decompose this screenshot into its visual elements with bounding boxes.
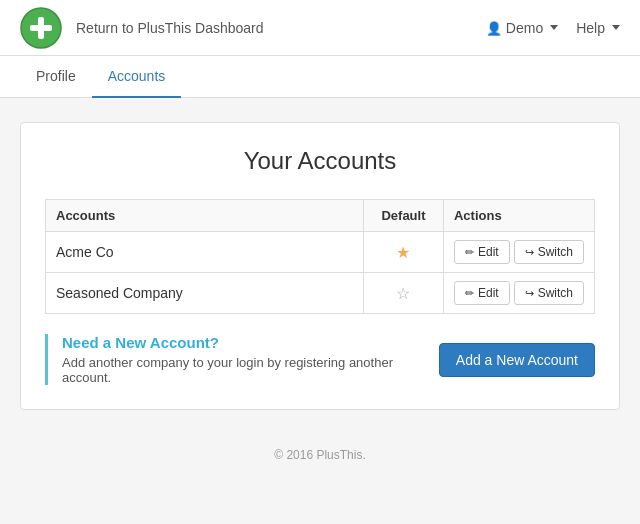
star-filled-icon: ★ — [396, 244, 410, 261]
star-empty-icon: ☆ — [396, 285, 410, 302]
user-icon — [486, 20, 502, 36]
switch-icon: ↪ — [525, 246, 534, 259]
header-actions: Demo Help — [486, 20, 620, 36]
help-label: Help — [576, 20, 605, 36]
user-label: Demo — [506, 20, 543, 36]
new-account-section: Need a New Account? Add another company … — [45, 334, 595, 385]
tab-profile[interactable]: Profile — [20, 56, 92, 98]
col-header-actions: Actions — [443, 200, 594, 232]
svg-rect-2 — [30, 25, 52, 31]
col-header-accounts: Accounts — [46, 200, 364, 232]
new-account-heading: Need a New Account? — [62, 334, 439, 351]
action-btn-group: ✏ Edit↪ Switch — [454, 281, 584, 305]
pencil-icon: ✏ — [465, 246, 474, 259]
account-default[interactable]: ☆ — [363, 273, 443, 314]
help-caret-icon — [612, 25, 620, 30]
action-btn-group: ✏ Edit↪ Switch — [454, 240, 584, 264]
col-header-default: Default — [363, 200, 443, 232]
pencil-icon: ✏ — [465, 287, 474, 300]
user-menu[interactable]: Demo — [486, 20, 558, 36]
footer: © 2016 PlusThis. — [0, 434, 640, 476]
table-row: Acme Co★✏ Edit↪ Switch — [46, 232, 595, 273]
user-caret-icon — [550, 25, 558, 30]
accounts-table: Accounts Default Actions Acme Co★✏ Edit↪… — [45, 199, 595, 314]
help-menu[interactable]: Help — [576, 20, 620, 36]
account-name: Acme Co — [46, 232, 364, 273]
new-account-text: Need a New Account? Add another company … — [62, 334, 439, 385]
switch-button[interactable]: ↪ Switch — [514, 240, 584, 264]
add-account-button[interactable]: Add a New Account — [439, 343, 595, 377]
account-name: Seasoned Company — [46, 273, 364, 314]
switch-button[interactable]: ↪ Switch — [514, 281, 584, 305]
main-content: Your Accounts Accounts Default Actions A… — [0, 98, 640, 434]
tab-bar: Profile Accounts — [0, 56, 640, 98]
edit-button[interactable]: ✏ Edit — [454, 281, 510, 305]
account-actions: ✏ Edit↪ Switch — [443, 232, 594, 273]
dashboard-link[interactable]: Return to PlusThis Dashboard — [76, 20, 486, 36]
account-default[interactable]: ★ — [363, 232, 443, 273]
copyright: © 2016 PlusThis. — [274, 448, 366, 462]
table-row: Seasoned Company☆✏ Edit↪ Switch — [46, 273, 595, 314]
header: Return to PlusThis Dashboard Demo Help — [0, 0, 640, 56]
plusthis-logo — [20, 7, 62, 49]
new-account-description: Add another company to your login by reg… — [62, 355, 439, 385]
switch-icon: ↪ — [525, 287, 534, 300]
page-title: Your Accounts — [45, 147, 595, 175]
account-actions: ✏ Edit↪ Switch — [443, 273, 594, 314]
table-header-row: Accounts Default Actions — [46, 200, 595, 232]
edit-button[interactable]: ✏ Edit — [454, 240, 510, 264]
accounts-card: Your Accounts Accounts Default Actions A… — [20, 122, 620, 410]
tab-accounts[interactable]: Accounts — [92, 56, 182, 98]
